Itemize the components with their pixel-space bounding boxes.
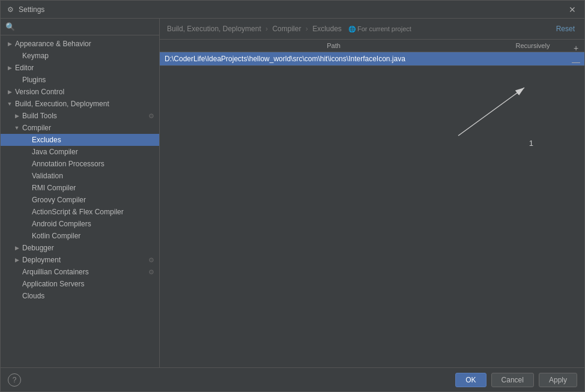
window-title: Settings [19,5,565,14]
col-recursive-header: Recursively [503,42,563,49]
sidebar-item-label: Keymap [22,52,49,60]
breadcrumb-link-compiler[interactable]: Compiler [272,25,301,33]
sidebar-item-android-compilers[interactable]: Android Compilers [1,218,159,230]
sidebar-item-plugins[interactable]: Plugins [1,74,159,86]
sidebar-item-groovy-compiler[interactable]: Groovy Compiler [1,194,159,206]
add-row-button[interactable]: + [570,42,582,54]
sidebar-item-label: Excludes [32,136,61,144]
spacer [22,136,31,144]
sidebar-item-arquillian[interactable]: Arquillian Containers ⚙ [1,266,159,278]
table-header: Path Recursively [160,40,584,52]
title-bar: ⚙ Settings ✕ [1,1,584,19]
sidebar-item-label: Deployment [22,256,61,264]
annotation-label: 1 [529,139,533,148]
sidebar-item-version-control[interactable]: ▶ Version Control [1,86,159,98]
sidebar-item-validation[interactable]: Validation [1,170,159,182]
spacer [13,292,21,300]
sidebar-item-excludes[interactable]: Excludes [1,134,159,146]
spacer [22,232,31,240]
spacer [13,76,21,84]
main-panel: Build, Execution, Deployment › Compiler … [160,19,584,367]
expand-arrow-icon: ▶ [5,40,14,48]
breadcrumb-project-label: For current project [348,25,411,32]
sidebar-item-java-compiler[interactable]: Java Compiler [1,146,159,158]
breadcrumb: Build, Execution, Deployment › Compiler … [167,25,554,33]
sidebar-item-label: Build Tools [22,112,57,120]
sidebar-item-label: Appearance & Behavior [15,40,91,48]
sidebar-item-label: Annotation Processors [32,160,105,168]
sidebar-item-label: Java Compiler [32,148,78,156]
search-bar: 🔍 [1,19,159,35]
sidebar-item-label: Plugins [22,76,46,84]
sidebar-item-compiler[interactable]: ▼ Compiler [1,122,159,134]
breadcrumb-link-build[interactable]: Build, Execution, Deployment [167,25,261,33]
sidebar-item-build-tools[interactable]: ▶ Build Tools ⚙ [1,110,159,122]
help-button[interactable]: ? [8,373,21,387]
sidebar-item-editor[interactable]: ▶ Editor [1,62,159,74]
breadcrumb-separator: › [265,25,268,33]
reset-button[interactable]: Reset [554,23,577,34]
search-input[interactable] [19,23,154,31]
sidebar-item-clouds[interactable]: Clouds [1,290,159,302]
sidebar-tree: ▶ Appearance & Behavior Keymap ▶ Editor … [1,35,159,367]
sidebar-item-rmi-compiler[interactable]: RMI Compiler [1,182,159,194]
breadcrumb-separator: › [306,25,308,33]
sidebar-item-application-servers[interactable]: Application Servers [1,278,159,290]
expand-arrow-icon: ▶ [5,88,14,96]
sidebar-item-deployment[interactable]: ▶ Deployment ⚙ [1,254,159,266]
sidebar-item-build-execution[interactable]: ▼ Build, Execution, Deployment [1,98,159,110]
remove-row-button[interactable]: — [570,56,582,68]
spacer [22,220,31,228]
apply-button[interactable]: Apply [539,373,577,387]
spacer [22,148,31,156]
expand-arrow-icon: ▼ [13,124,21,132]
sidebar-item-label: Compiler [22,124,51,132]
spacer [22,184,31,192]
footer-buttons: OK Cancel Apply [455,373,577,387]
spacer [22,172,31,180]
sidebar-item-actionscript-flex[interactable]: ActionScript & Flex Compiler [1,206,159,218]
breadcrumb-bar: Build, Execution, Deployment › Compiler … [160,19,584,40]
table-row[interactable]: D:\CoderLife\IdeaProjects\hellow_world\s… [160,52,584,66]
sidebar-item-label: RMI Compiler [32,184,76,192]
sidebar-item-debugger[interactable]: ▶ Debugger [1,242,159,254]
sidebar: 🔍 ▶ Appearance & Behavior Keymap ▶ Edi [1,19,160,367]
sidebar-item-label: Application Servers [22,280,84,288]
window-icon: ⚙ [5,5,15,14]
sidebar-item-annotation-processors[interactable]: Annotation Processors [1,158,159,170]
expand-arrow-icon: ▶ [13,112,21,120]
settings-window: ⚙ Settings ✕ 🔍 ▶ Appearance & Behavior K… [0,0,585,392]
row-path-value: D:\CoderLife\IdeaProjects\hellow_world\s… [165,55,503,63]
sidebar-item-label: Validation [32,172,63,180]
search-icon: 🔍 [5,22,15,31]
annotation-arrow [428,76,548,148]
spacer [13,280,21,288]
sidebar-item-label: ActionScript & Flex Compiler [32,208,124,216]
sidebar-item-label: Groovy Compiler [32,196,86,204]
ok-button[interactable]: OK [455,373,486,387]
sidebar-item-label: Editor [15,64,34,72]
sidebar-item-label: Clouds [22,292,44,300]
sidebar-item-label: Debugger [22,244,54,252]
spacer [13,52,21,60]
spacer [22,160,31,168]
sidebar-item-label: Build, Execution, Deployment [15,100,109,108]
spacer [22,208,31,216]
footer: ? OK Cancel Apply [1,367,584,391]
sidebar-item-appearance[interactable]: ▶ Appearance & Behavior [1,38,159,50]
sidebar-item-kotlin-compiler[interactable]: Kotlin Compiler [1,230,159,242]
expand-arrow-icon: ▶ [13,244,21,252]
col-path-header: Path [165,42,503,49]
cancel-button[interactable]: Cancel [491,373,534,387]
spacer [13,268,21,276]
main-content: 🔍 ▶ Appearance & Behavior Keymap ▶ Edi [1,19,584,367]
gear-icon: ⚙ [148,268,154,276]
sidebar-item-keymap[interactable]: Keymap [1,50,159,62]
sidebar-item-label: Arquillian Containers [22,268,89,276]
table-area: Path Recursively + — D:\CoderLife\IdeaPr… [160,40,584,367]
expand-arrow-icon: ▼ [5,100,14,108]
expand-arrow-icon: ▶ [5,64,14,72]
breadcrumb-current: Excludes [312,25,342,33]
close-button[interactable]: ✕ [565,4,580,16]
expand-arrow-icon: ▶ [13,256,21,264]
